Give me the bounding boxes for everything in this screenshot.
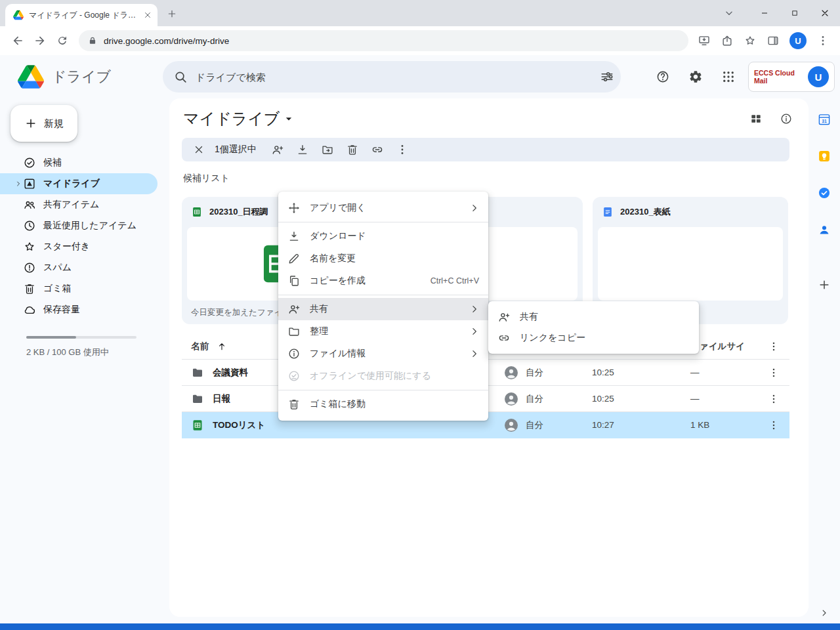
menu-item-organize[interactable]: 整理 [278,320,488,343]
suggested-section-label: 候補リスト [183,173,808,184]
sidebar-item-label: 候補 [43,157,62,169]
shortcut-text: Ctrl+C Ctrl+V [430,276,479,285]
reload-button[interactable] [51,30,74,52]
menu-item-open-with[interactable]: アプリで開く [278,197,488,219]
trash-icon [23,282,36,295]
search-options-tune-icon[interactable] [600,70,614,84]
url-text: drive.google.com/drive/my-drive [104,36,229,46]
help-button[interactable] [650,64,676,90]
row-more-button[interactable] [761,367,787,379]
browser-profile-avatar[interactable]: U [789,32,807,49]
drive-logo-icon [18,65,44,89]
move-selection-button[interactable] [316,139,339,160]
account-avatar[interactable]: U [808,66,829,87]
organize-folder-icon [287,325,301,338]
submenu-arrow-icon [469,202,480,214]
sidebar-item-starred[interactable]: スター付き [0,236,158,257]
modified-time: 10:27 [592,420,690,430]
more-actions-button[interactable] [390,139,414,160]
menu-item-move-to-trash[interactable]: ゴミ箱に移動 [278,393,488,415]
owner-name: 自分 [526,419,543,431]
hide-side-panel-chevron-icon[interactable] [816,605,832,621]
bookmark-star-icon[interactable] [744,34,757,47]
submenu-item-share[interactable]: 共有 [488,306,699,327]
sidebar-item-label: 最近使用したアイテム [43,220,136,232]
forward-button[interactable] [29,30,51,52]
copy-link-button[interactable] [366,139,389,160]
settings-gear-button[interactable] [682,64,709,90]
header-more-icon[interactable] [761,341,787,352]
menu-divider [278,222,488,222]
title-dropdown-caret-icon[interactable] [282,112,295,125]
sidebar-item-recent[interactable]: 最近使用したアイテム [0,215,158,236]
drive-favicon-icon [13,10,24,20]
row-more-button[interactable] [761,419,787,431]
new-button[interactable]: 新規 [10,105,77,142]
spam-icon [23,261,36,274]
title-row: マイドライブ [169,98,808,134]
google-apps-button[interactable] [715,64,742,90]
sidebar-item-trash[interactable]: ゴミ箱 [0,278,158,299]
folder-icon [191,366,204,379]
keep-icon[interactable] [811,143,837,169]
browser-tab[interactable]: マイドライブ - Google ドライブ [5,4,158,26]
view-actions [743,106,799,132]
trash-selection-button[interactable] [341,139,364,160]
page-title[interactable]: マイドライブ [183,108,295,129]
share-page-icon[interactable] [721,34,734,47]
submenu-item-copy-link[interactable]: リンクをコピー [488,327,699,348]
storage-progress-fill [26,336,76,339]
side-panel-icon[interactable] [766,34,780,47]
sidebar-item-shared[interactable]: 共有アイテム [0,194,158,215]
share-selection-button[interactable] [266,139,289,160]
expand-chevron-icon[interactable] [14,180,23,188]
drive-search-bar[interactable] [163,61,621,93]
menu-item-file-info[interactable]: ファイル情報 [278,343,488,365]
sidebar-item-suggested[interactable]: 候補 [0,152,158,173]
file-size: — [690,368,761,377]
sidebar-item-storage[interactable]: 保存容量 [0,299,158,320]
header-size[interactable]: ファイルサイ [690,341,761,352]
contacts-icon[interactable] [811,217,837,243]
search-icon[interactable] [173,70,188,84]
sidebar-item-my-drive[interactable]: マイドライブ [0,173,158,194]
back-button[interactable] [7,30,29,52]
site-security-lock-icon[interactable] [88,36,97,45]
tab-close-icon[interactable] [143,10,152,20]
modified-time: 10:25 [592,368,690,377]
menu-item-download[interactable]: ダウンロード [278,225,488,247]
sidebar-item-spam[interactable]: スパム [0,257,158,278]
get-add-ons-plus-icon[interactable] [811,272,837,298]
address-bar[interactable]: drive.google.com/drive/my-drive [79,30,688,51]
save-to-device-icon[interactable] [698,34,711,47]
tasks-icon[interactable] [811,180,837,206]
link-icon [497,331,511,345]
menu-item-rename[interactable]: 名前を変更 [278,247,488,270]
details-info-button[interactable] [773,106,799,132]
menu-item-make-copy[interactable]: コピーを作成 Ctrl+C Ctrl+V [278,270,488,292]
recent-clock-icon [23,219,36,232]
header-actions: ECCS Cloud Mail U [650,62,840,92]
sidebar-item-label: 共有アイテム [43,199,99,211]
row-more-button[interactable] [761,393,787,405]
trash-icon [287,398,301,411]
browser-menu-icon[interactable] [816,34,830,47]
new-tab-button[interactable] [163,5,181,23]
calendar-icon[interactable] [811,106,837,133]
account-badge[interactable]: ECCS Cloud Mail U [748,62,835,92]
file-name: 会議資料 [213,367,248,379]
shared-people-icon [23,198,36,211]
grid-view-toggle-button[interactable] [743,106,769,132]
tab-search-chevron-icon[interactable] [719,3,739,23]
sort-ascending-arrow-icon[interactable] [217,341,227,352]
window-maximize-button[interactable] [780,0,810,26]
sidebar-item-label: 保存容量 [43,304,80,316]
storage-cloud-icon [23,303,36,316]
menu-item-share[interactable]: 共有 [278,298,488,320]
clear-selection-button[interactable] [187,139,211,160]
drive-brand[interactable]: ドライブ [0,65,163,89]
window-close-button[interactable] [810,0,840,26]
window-minimize-button[interactable] [749,0,780,26]
drive-search-input[interactable] [196,72,592,83]
download-selection-button[interactable] [291,139,314,160]
